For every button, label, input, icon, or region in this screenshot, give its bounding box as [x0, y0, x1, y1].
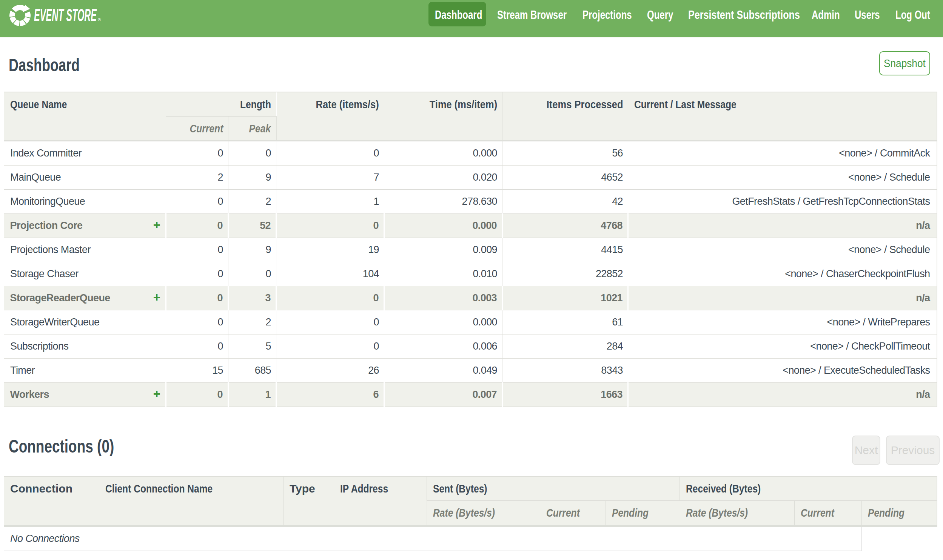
svg-text:EVENT STORE: EVENT STORE [34, 5, 97, 25]
svg-text:®: ® [98, 17, 101, 22]
